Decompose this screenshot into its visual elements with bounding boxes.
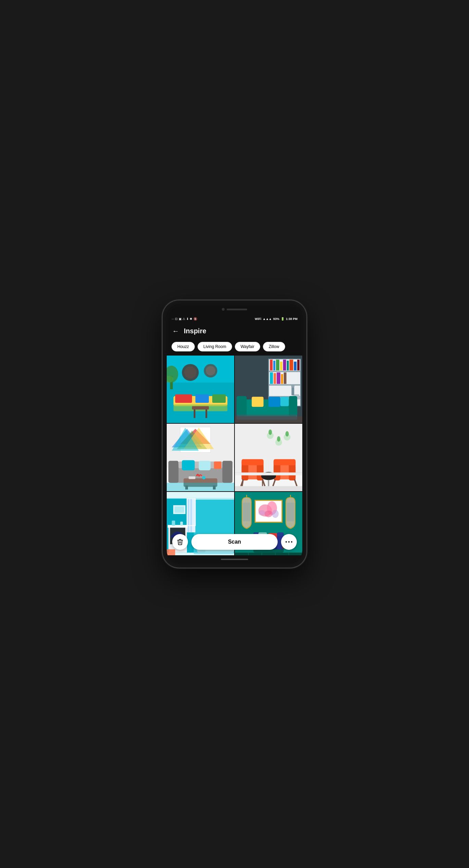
signal-icon: ▲▲▲	[263, 317, 272, 321]
svg-rect-62	[199, 461, 211, 470]
grid-item-1[interactable]	[167, 356, 234, 423]
svg-rect-96	[235, 473, 302, 475]
svg-rect-63	[214, 461, 221, 469]
scan-label: Scan	[228, 539, 241, 545]
svg-point-75	[269, 430, 272, 435]
svg-rect-44	[280, 397, 289, 406]
svg-rect-59	[223, 461, 233, 483]
svg-point-48	[291, 384, 294, 388]
filter-chip-wayfair[interactable]: Wayfair	[235, 342, 260, 351]
trash-icon	[177, 538, 183, 545]
svg-point-129	[272, 510, 279, 518]
svg-rect-58	[168, 461, 179, 483]
svg-rect-23	[270, 360, 272, 371]
svg-rect-40	[237, 396, 247, 416]
svg-point-4	[184, 367, 196, 379]
more-icon	[286, 541, 292, 543]
phone-frame: ··· ⊡ ▣ ⚠ ⬇ ✱ 🔇 WiFi ▲▲▲ 93% 🔋 1:38 PM ←…	[163, 300, 306, 568]
svg-point-77	[286, 431, 289, 437]
svg-rect-27	[283, 360, 286, 371]
svg-rect-42	[252, 397, 263, 407]
svg-point-145	[286, 541, 287, 543]
svg-point-146	[288, 541, 290, 543]
grid-item-2[interactable]	[235, 356, 302, 423]
page-title: Inspire	[184, 327, 206, 335]
filter-chip-living-room[interactable]: Living Room	[198, 342, 232, 351]
svg-point-147	[291, 541, 292, 543]
svg-rect-99	[167, 492, 234, 499]
filter-bar: Houzz Living Room Wayfair Zillow	[167, 339, 302, 356]
svg-rect-103	[188, 499, 189, 533]
svg-rect-21	[269, 384, 301, 386]
delete-button[interactable]	[172, 534, 188, 550]
svg-rect-46	[237, 414, 297, 420]
svg-rect-30	[294, 362, 296, 371]
room-image-1	[167, 356, 234, 423]
svg-rect-29	[290, 360, 293, 371]
phone-top-bar	[167, 305, 302, 314]
status-bar: ··· ⊡ ▣ ⚠ ⬇ ✱ 🔇 WiFi ▲▲▲ 93% 🔋 1:38 PM	[167, 314, 302, 324]
svg-point-127	[265, 510, 273, 517]
svg-rect-112	[175, 506, 185, 513]
svg-rect-61	[182, 460, 194, 470]
image-grid	[167, 356, 302, 555]
room-image-4	[235, 424, 302, 491]
status-right: WiFi ▲▲▲ 93% 🔋 1:38 PM	[255, 317, 297, 321]
svg-rect-36	[284, 372, 287, 384]
svg-rect-12	[212, 394, 226, 403]
svg-point-128	[258, 510, 265, 516]
svg-rect-34	[277, 372, 280, 384]
scan-button[interactable]: Scan	[191, 534, 278, 550]
svg-point-76	[277, 436, 280, 442]
svg-rect-11	[195, 394, 209, 403]
svg-point-5	[206, 366, 215, 376]
svg-rect-110	[180, 522, 183, 526]
svg-rect-28	[287, 361, 289, 371]
status-left: ··· ⊡ ▣ ⚠ ⬇ ✱ 🔇	[172, 317, 197, 321]
svg-rect-67	[189, 476, 195, 479]
phone-screen: ··· ⊡ ▣ ⚠ ⬇ ✱ 🔇 WiFi ▲▲▲ 93% 🔋 1:38 PM ←…	[167, 305, 302, 563]
svg-rect-109	[172, 521, 175, 526]
wifi-icon: WiFi	[255, 317, 261, 321]
svg-rect-81	[242, 459, 264, 465]
battery-percentage: 93%	[273, 317, 279, 321]
svg-point-68	[202, 476, 205, 480]
app-content: ··· ⊡ ▣ ⚠ ⬇ ✱ 🔇 WiFi ▲▲▲ 93% 🔋 1:38 PM ←…	[167, 314, 302, 555]
svg-rect-108	[168, 525, 188, 528]
svg-rect-95	[235, 486, 302, 491]
svg-rect-20	[269, 371, 301, 372]
svg-rect-31	[297, 360, 300, 371]
svg-rect-32	[270, 372, 273, 384]
back-button[interactable]: ←	[172, 327, 179, 335]
svg-rect-89	[274, 459, 295, 465]
svg-rect-10	[175, 394, 192, 403]
svg-rect-41	[289, 396, 297, 416]
room-image-3	[167, 424, 234, 491]
nav-indicator	[221, 559, 248, 560]
camera-icon	[222, 308, 225, 311]
svg-rect-24	[273, 361, 275, 371]
grid-item-4[interactable]	[235, 424, 302, 491]
battery-icon: 🔋	[281, 317, 284, 321]
svg-rect-69	[167, 483, 234, 491]
svg-rect-35	[281, 374, 283, 384]
bottom-action-bar: Scan	[167, 531, 302, 553]
more-options-button[interactable]	[281, 534, 297, 550]
room-image-2	[235, 356, 302, 423]
svg-rect-47	[291, 387, 294, 396]
time-display: 1:38 PM	[286, 317, 297, 321]
svg-rect-121	[243, 503, 251, 521]
app-header: ← Inspire	[167, 324, 302, 339]
speaker-bar	[227, 309, 247, 310]
svg-rect-16	[192, 406, 209, 410]
filter-chip-zillow[interactable]: Zillow	[263, 342, 285, 351]
grid-item-3[interactable]	[167, 424, 234, 491]
svg-rect-33	[274, 373, 276, 384]
svg-rect-122	[287, 503, 294, 521]
notification-icons: ··· ⊡ ▣ ⚠ ⬇ ✱ 🔇	[172, 317, 197, 321]
svg-rect-26	[280, 362, 282, 371]
svg-rect-25	[276, 360, 279, 371]
svg-rect-104	[190, 499, 192, 533]
phone-bottom-bar	[167, 555, 302, 563]
filter-chip-houzz[interactable]: Houzz	[172, 342, 195, 351]
